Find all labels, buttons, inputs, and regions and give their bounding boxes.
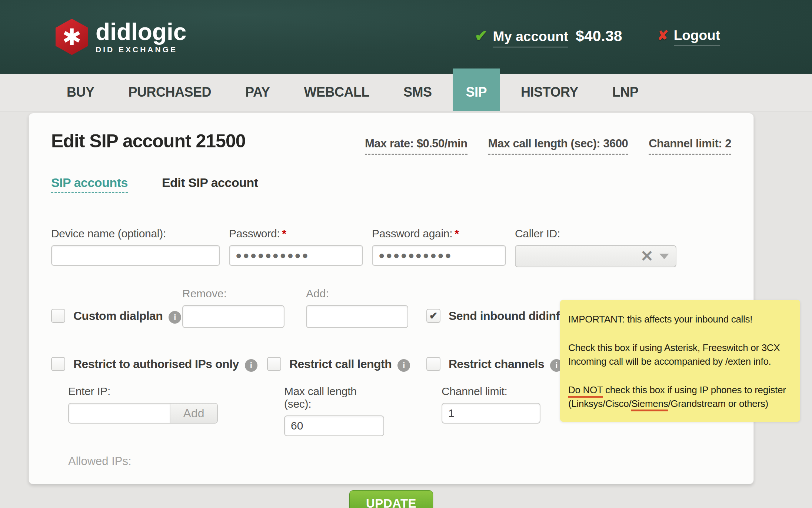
caller-id-group: Caller ID: ✕ (515, 227, 676, 267)
didlogic-app: ✱ didlogic DID EXCHANGE ✔ My account $40… (0, 0, 812, 508)
nav-tab-webcall[interactable]: WEBCALL (304, 74, 369, 111)
green-check-icon: ✔ (475, 27, 487, 45)
remove-label: Remove: (182, 287, 284, 300)
password-again-group: Password again:* (372, 227, 506, 267)
custom-dialplan-group: Custom dialplan i (51, 308, 182, 328)
tooltip-paragraph-donot: Do NOT check this box if using IP phones… (568, 383, 787, 411)
update-row: UPDATE (51, 490, 731, 508)
max-call-length-label: Max call length (sec): (284, 385, 384, 410)
nav-tab-pay[interactable]: PAY (245, 74, 270, 111)
restrict-call-length-checkbox[interactable] (267, 357, 281, 371)
account-balance: $40.38 (576, 27, 622, 45)
nav-tab-lnp[interactable]: LNP (612, 74, 639, 111)
checkmark: ✔ (429, 311, 438, 321)
custom-dialplan-label: Custom dialplan (73, 309, 163, 323)
brand-tagline: DID EXCHANGE (96, 45, 186, 54)
tab-edit-sip-account[interactable]: Edit SIP account (162, 176, 258, 190)
channel-limit-input[interactable] (442, 403, 540, 424)
my-account-link[interactable]: ✔ My account $40.38 (475, 27, 622, 47)
password-group: Password:* (229, 227, 363, 267)
send-didinfo-label: Send inbound didinfo (449, 309, 567, 323)
restrict-ips-checkbox[interactable] (51, 357, 65, 371)
red-x-icon: ✘ (658, 28, 669, 43)
info-icon[interactable]: i (169, 311, 181, 324)
sub-tabs: SIP accounts Edit SIP account (51, 176, 731, 193)
main-nav: BUY PURCHASED PAY WEBCALL SMS SIP HISTOR… (0, 74, 812, 111)
restrict-call-length-label: Restrict call length (289, 357, 392, 371)
restrict-ips-group: Restrict to authorised IPs only i (51, 356, 267, 372)
didlogic-logo[interactable]: ✱ didlogic DID EXCHANGE (56, 19, 186, 55)
enter-ip-group: Enter IP: Add (68, 385, 218, 424)
my-account-label: My account (493, 29, 569, 47)
update-button[interactable]: UPDATE (349, 490, 433, 508)
max-call-length-info[interactable]: Max call length (sec): 3600 (488, 137, 628, 155)
info-icon[interactable]: i (245, 359, 257, 372)
asterisk-icon: ✱ (62, 26, 81, 49)
required-asterisk: * (282, 227, 286, 240)
didlogic-logo-icon: ✱ (56, 19, 88, 55)
nav-tab-sms[interactable]: SMS (403, 74, 432, 111)
dropdown-arrow-icon[interactable] (659, 254, 669, 259)
tab-sip-accounts[interactable]: SIP accounts (51, 176, 128, 193)
password-again-label: Password again:* (372, 227, 506, 240)
caller-id-label: Caller ID: (515, 227, 676, 240)
enter-ip-label: Enter IP: (68, 385, 218, 398)
didinfo-tooltip: IMPORTANT: this affects your inbound cal… (560, 300, 800, 422)
add-group: Add: (306, 287, 408, 328)
restrict-ips-label: Restrict to authorised IPs only (73, 357, 239, 371)
restrict-channels-checkbox[interactable] (426, 357, 440, 371)
siemens-underlined: Siemens (631, 398, 668, 411)
password-input[interactable] (229, 245, 363, 266)
do-not-underlined: Do NOT (568, 384, 603, 398)
app-header: ✱ didlogic DID EXCHANGE ✔ My account $40… (0, 0, 812, 74)
max-rate-info[interactable]: Max rate: $0.50/min (365, 137, 467, 155)
device-name-input[interactable] (51, 245, 220, 266)
channel-limit-label: Channel limit: (442, 385, 540, 398)
password-label: Password:* (229, 227, 363, 240)
nav-tab-buy[interactable]: BUY (67, 74, 94, 111)
device-name-label: Device name (optional): (51, 227, 220, 240)
restrict-channels-group: Restrict channels i (426, 356, 563, 372)
add-label: Add: (306, 287, 408, 300)
page-title: Edit SIP account 21500 (51, 130, 246, 152)
caller-id-select[interactable]: ✕ (515, 245, 676, 267)
ip-combo: Add (68, 403, 218, 424)
add-ip-button[interactable]: Add (170, 404, 217, 423)
device-name-group: Device name (optional): (51, 227, 220, 267)
password-again-input[interactable] (372, 245, 506, 266)
header-right: ✔ My account $40.38 ✘ Logout (475, 27, 720, 47)
remove-input[interactable] (182, 305, 284, 328)
brand-text: didlogic DID EXCHANGE (96, 20, 186, 54)
restrict-channels-label: Restrict channels (449, 357, 544, 371)
account-limits: Max rate: $0.50/min Max call length (sec… (365, 137, 731, 155)
clear-icon[interactable]: ✕ (640, 248, 653, 264)
sip-edit-card: Edit SIP account 21500 Max rate: $0.50/m… (29, 113, 754, 484)
title-row: Edit SIP account 21500 Max rate: $0.50/m… (51, 130, 731, 155)
logout-link[interactable]: ✘ Logout (658, 28, 721, 46)
allowed-ips-label: Allowed IPs: (68, 455, 731, 468)
remove-group: Remove: (182, 287, 284, 328)
channel-limit-group: Channel limit: (442, 385, 540, 424)
tooltip-paragraph-check: Check this box if using Asterisk, Freesw… (568, 341, 787, 368)
nav-tab-purchased[interactable]: PURCHASED (129, 74, 212, 111)
info-icon[interactable]: i (397, 359, 410, 372)
add-input[interactable] (306, 305, 408, 328)
send-didinfo-checkbox[interactable]: ✔ (426, 309, 440, 323)
brand-name: didlogic (96, 20, 186, 44)
nav-tab-sip[interactable]: SIP (453, 68, 500, 111)
logout-label: Logout (674, 28, 720, 46)
enter-ip-input[interactable] (69, 404, 170, 423)
restrict-call-length-group: Restrict call length i (267, 356, 426, 372)
nav-tab-history[interactable]: HISTORY (521, 74, 578, 111)
credentials-row: Device name (optional): Password:* Passw… (51, 227, 731, 267)
max-call-length-group: Max call length (sec): (284, 385, 384, 436)
channel-limit-info[interactable]: Channel limit: 2 (649, 137, 731, 155)
required-asterisk: * (455, 227, 459, 240)
tooltip-line-important: IMPORTANT: this affects your inbound cal… (568, 313, 787, 326)
custom-dialplan-checkbox[interactable] (51, 309, 65, 323)
max-call-length-input[interactable] (284, 415, 384, 436)
